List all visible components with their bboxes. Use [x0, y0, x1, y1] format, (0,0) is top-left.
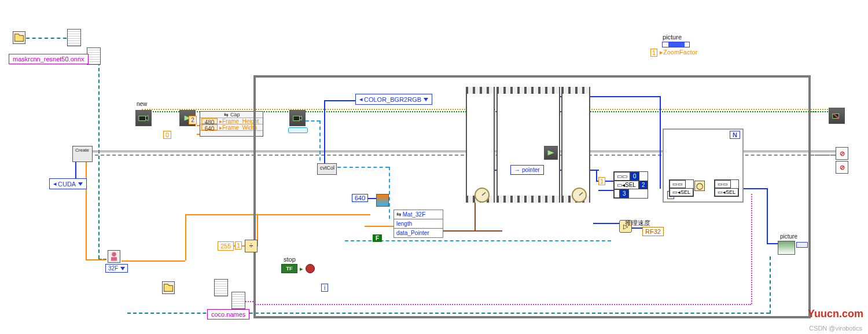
- frame-width-value: 640: [201, 124, 218, 130]
- model-filename-constant: maskrcnn_resnet50.onnx: [9, 54, 89, 64]
- wire-orange-h2: [122, 260, 185, 262]
- sequence-frame-2: [496, 87, 560, 203]
- sequence-frame-1: [466, 87, 495, 203]
- scale-255-constant: 255: [218, 241, 234, 251]
- camera-run-vi: [544, 146, 558, 160]
- camera-new-label: new: [137, 101, 147, 107]
- one-constant-a: 1: [235, 241, 242, 249]
- wire-orange-v2: [185, 214, 186, 260]
- channel-index-constant: 2: [189, 116, 197, 124]
- selector-node-1: [67, 29, 81, 46]
- picture-indicator-top: [662, 42, 690, 47]
- timer-start-icon: [475, 188, 490, 203]
- wire-gterm: [811, 111, 828, 112]
- wire-orange-v1: [86, 155, 87, 259]
- create-node: Create: [72, 146, 93, 162]
- watermark: Yuucn.com: [808, 308, 863, 320]
- zoom-factor-label: ▸ZoomFactor: [660, 49, 697, 56]
- divide-node: ÷: [245, 240, 258, 252]
- build-cluster-a: ▭▭ ▭◂SEL: [669, 179, 694, 197]
- svg-marker-3: [146, 116, 149, 121]
- error-out-a: ⊘: [836, 147, 848, 160]
- chevron-down-icon: [424, 98, 428, 101]
- svg-marker-7: [548, 151, 554, 156]
- credit-text: CSDN @virobotics: [809, 325, 862, 332]
- wire-cterm1: [811, 151, 834, 152]
- selector-node-2: [87, 47, 101, 65]
- inference-speed-label: 推理速度: [625, 219, 650, 227]
- svg-rect-5: [293, 116, 300, 120]
- one-constant-b: 1: [598, 177, 605, 185]
- merge-node: ◯: [694, 181, 705, 191]
- chevron-down-icon: [78, 182, 83, 186]
- inference-speed-indicator: RF32: [642, 227, 664, 236]
- device-text: CUDA: [58, 181, 76, 188]
- wire-orange-h1: [86, 259, 106, 260]
- wire-names: [245, 301, 253, 302]
- names-filename-constant: coco.names: [207, 309, 249, 320]
- device-selector[interactable]: ◂ CUDA: [49, 178, 87, 189]
- frame-height-value: 480: [201, 118, 218, 124]
- loop-stop-terminal: [306, 264, 315, 273]
- dtype-32f-selector[interactable]: 32F: [105, 264, 128, 273]
- f-constant: F: [373, 234, 382, 242]
- camera-new-vi: [135, 110, 152, 126]
- type-cast-icon: [108, 250, 120, 263]
- picture-terminal: [796, 242, 808, 248]
- file-path-constant-icon: [13, 31, 25, 44]
- for-loop-N-terminal: N: [730, 131, 740, 139]
- svg-rect-2: [139, 116, 146, 120]
- index-select-cluster: ▭▭ 0 ▭◂SEL 2 3: [613, 171, 648, 199]
- wire-yterm: [811, 109, 828, 110]
- svg-rect-1: [111, 257, 117, 260]
- to-mat-cluster: ⇆ Mat_32F length data_Pointer: [393, 210, 443, 238]
- svg-marker-6: [300, 116, 302, 120]
- resize-vi: [376, 194, 389, 207]
- session-handle: [288, 127, 308, 133]
- zero-constant: 0: [163, 131, 171, 139]
- camera-release-vi: [829, 108, 845, 124]
- selector-node-4: [231, 292, 245, 309]
- timer-end-icon: [572, 188, 587, 203]
- svg-point-0: [112, 252, 116, 257]
- loop-iteration-terminal: i: [321, 284, 328, 292]
- stop-boolean[interactable]: TF: [281, 264, 297, 273]
- sequence-frame-3: [561, 87, 590, 203]
- picture-indicator: [778, 241, 795, 255]
- selector-node-3: [214, 279, 228, 296]
- pointer-node: →pointer: [510, 165, 544, 175]
- input-size-constant: 640: [352, 194, 368, 202]
- wire-cterm2: [811, 155, 834, 156]
- error-out-b: ⊘: [836, 161, 848, 174]
- one-constant-c: 1: [650, 49, 657, 57]
- stop-label: stop: [284, 256, 296, 263]
- wire-teal-vert: [98, 56, 100, 259]
- build-cluster-b: ▭▭ ▭◂SEL: [714, 179, 739, 197]
- chevron-down-icon: [120, 267, 125, 270]
- file-path-constant-icon-b: [162, 281, 175, 294]
- camera-grab-vi: [289, 110, 306, 126]
- picture-label-bottom: picture: [780, 233, 797, 240]
- cvtcolor-node: cvtCol: [317, 163, 337, 175]
- picture-label-top: picture: [663, 34, 682, 41]
- color-convert-selector[interactable]: ◂ COLOR_BGR2RGB: [355, 94, 432, 105]
- wire-teal-top: [26, 38, 67, 39]
